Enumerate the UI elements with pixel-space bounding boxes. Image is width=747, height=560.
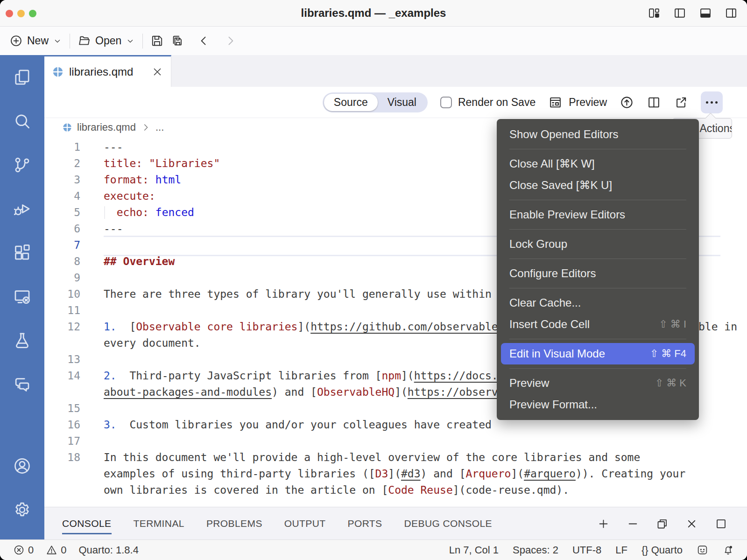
render-circle-up-icon[interactable] <box>620 95 634 110</box>
code-text <box>80 433 104 449</box>
account-button[interactable] <box>0 444 44 488</box>
save-all-button[interactable] <box>170 34 184 48</box>
menu-item-close-all-k-w[interactable]: Close All [⌘K W] <box>501 153 695 175</box>
customize-layout-icon[interactable] <box>648 7 661 20</box>
notifications-bell[interactable] <box>722 544 734 556</box>
code-line[interactable]: 17 <box>44 433 747 449</box>
panel-tab-output[interactable]: OUTPUT <box>284 518 326 529</box>
code-text: In this document we'll provide a high-le… <box>80 449 640 466</box>
code-text: execute: <box>80 188 155 204</box>
new-button[interactable]: New <box>9 34 62 48</box>
quarto-file-icon <box>62 122 72 133</box>
feedback-button[interactable] <box>697 544 708 556</box>
preview-label: Preview <box>569 96 607 109</box>
panel-tab-console[interactable]: CONSOLE <box>62 518 112 529</box>
menu-item-label: Configure Editors <box>509 267 596 280</box>
close-tab-icon[interactable] <box>151 66 163 78</box>
menu-item-edit-in-visual-mode[interactable]: Edit in Visual Mode⇧ ⌘ F4 <box>501 343 695 364</box>
line-number: 11 <box>44 302 80 319</box>
menu-item-preview-format[interactable]: Preview Format... <box>501 394 695 415</box>
panel-tab-ports[interactable]: PORTS <box>348 518 382 529</box>
open-button[interactable]: Open <box>78 34 135 48</box>
source-mode-button[interactable]: Source <box>324 94 378 111</box>
panel-tab-terminal[interactable]: TERMINAL <box>134 518 184 529</box>
code-text: 2. Third-party JavaScript libraries from… <box>80 368 563 384</box>
sidebar-explorer-button[interactable] <box>0 55 44 99</box>
settings-button[interactable] <box>0 488 44 532</box>
panel-tab-debug-console[interactable]: DEBUG CONSOLE <box>404 518 492 529</box>
menu-item-insert-code-cell[interactable]: Insert Code Cell⇧ ⌘ I <box>501 314 695 335</box>
menu-item-show-opened-editors[interactable]: Show Opened Editors <box>501 124 695 145</box>
render-on-save-checkbox[interactable] <box>440 97 452 108</box>
breadcrumb-file[interactable]: libraries.qmd <box>77 121 136 133</box>
status-indentation-text: Spaces: 2 <box>513 544 558 556</box>
preview-button[interactable]: Preview <box>548 95 607 110</box>
menu-item-lock-group[interactable]: Lock Group <box>501 233 695 255</box>
panel-tab-problems[interactable]: PROBLEMS <box>206 518 262 529</box>
line-number: 8 <box>44 253 80 270</box>
more-actions-button[interactable] <box>701 91 723 113</box>
sidebar-testing-button[interactable] <box>0 318 44 362</box>
code-text: echo: fenced <box>80 204 194 221</box>
save-button[interactable] <box>150 34 164 48</box>
sidebar-run-debug-button[interactable] <box>0 187 44 231</box>
split-editor-icon[interactable] <box>647 95 661 110</box>
menu-item-label: Clear Cache... <box>509 296 581 309</box>
toggle-secondary-sidebar-icon[interactable] <box>725 7 738 20</box>
panel-close-button[interactable] <box>685 518 698 530</box>
quarto-file-icon <box>52 66 64 78</box>
menu-separator <box>509 288 686 288</box>
status-language-mode[interactable]: {} Quarto <box>641 544 683 556</box>
status-eol[interactable]: LF <box>615 544 627 556</box>
navigate-forward-button[interactable] <box>224 34 237 48</box>
menu-item-label: Edit in Visual Mode <box>509 347 605 360</box>
sidebar-chat-button[interactable] <box>0 362 44 406</box>
open-button-label: Open <box>95 35 121 47</box>
menu-item-clear-cache[interactable]: Clear Cache... <box>501 292 695 314</box>
status-errors[interactable]: 0 <box>13 544 34 556</box>
source-visual-toggle: Source Visual <box>323 92 428 112</box>
account-icon <box>13 456 32 476</box>
sidebar-extensions-button[interactable] <box>0 231 44 274</box>
line-number: 1 <box>44 139 80 155</box>
open-in-new-window-icon[interactable] <box>674 95 688 110</box>
code-text: own libraries is covered in the article … <box>80 482 569 498</box>
editor-toolbar: Source Visual Render on Save Preview <box>44 87 747 118</box>
panel-restore-button[interactable] <box>656 518 669 530</box>
code-text: every document. <box>80 335 201 351</box>
feedback-smiley-icon <box>697 544 708 556</box>
menu-item-label: Show Opened Editors <box>509 128 618 141</box>
panel-minimize-button[interactable] <box>627 518 639 530</box>
code-line[interactable]: examples of using third-party libraries … <box>44 466 747 482</box>
line-number <box>44 384 80 400</box>
sidebar-source-control-button[interactable] <box>0 143 44 187</box>
status-cursor-position[interactable]: Ln 7, Col 1 <box>449 544 499 556</box>
status-quarto-version[interactable]: Quarto: 1.8.4 <box>79 544 139 556</box>
sidebar-search-button[interactable] <box>0 99 44 143</box>
panel-add-button[interactable] <box>597 518 610 530</box>
breadcrumb-more[interactable]: ... <box>155 121 164 133</box>
line-number: 14 <box>44 368 80 384</box>
code-line[interactable]: own libraries is covered in the article … <box>44 482 747 498</box>
menu-item-configure-editors[interactable]: Configure Editors <box>501 263 695 284</box>
toggle-panel-icon[interactable] <box>699 7 712 20</box>
status-indentation[interactable]: Spaces: 2 <box>513 544 558 556</box>
line-number: 6 <box>44 221 80 237</box>
code-text: ## Overview <box>80 253 175 270</box>
code-line[interactable]: 18In this document we'll provide a high-… <box>44 449 747 466</box>
tab-libraries-qmd[interactable]: libraries.qmd <box>44 55 171 87</box>
status-warnings[interactable]: 0 <box>46 544 66 556</box>
menu-item-shortcut: ⇧ ⌘ F4 <box>650 348 686 360</box>
status-encoding[interactable]: UTF-8 <box>572 544 601 556</box>
sidebar-remote-explorer-button[interactable] <box>0 274 44 318</box>
menu-item-enable-preview-editors[interactable]: Enable Preview Editors <box>501 204 695 225</box>
visual-mode-button[interactable]: Visual <box>378 94 426 111</box>
menu-item-label: Close All [⌘K W] <box>509 157 595 170</box>
toggle-sidebar-icon[interactable] <box>673 7 686 20</box>
navigate-back-button[interactable] <box>197 34 211 48</box>
new-button-label: New <box>27 35 49 47</box>
menu-item-close-saved-k-u[interactable]: Close Saved [⌘K U] <box>501 175 695 196</box>
menu-separator <box>509 339 686 339</box>
menu-item-preview[interactable]: Preview⇧ ⌘ K <box>501 372 695 394</box>
panel-maximize-button[interactable] <box>715 518 727 530</box>
